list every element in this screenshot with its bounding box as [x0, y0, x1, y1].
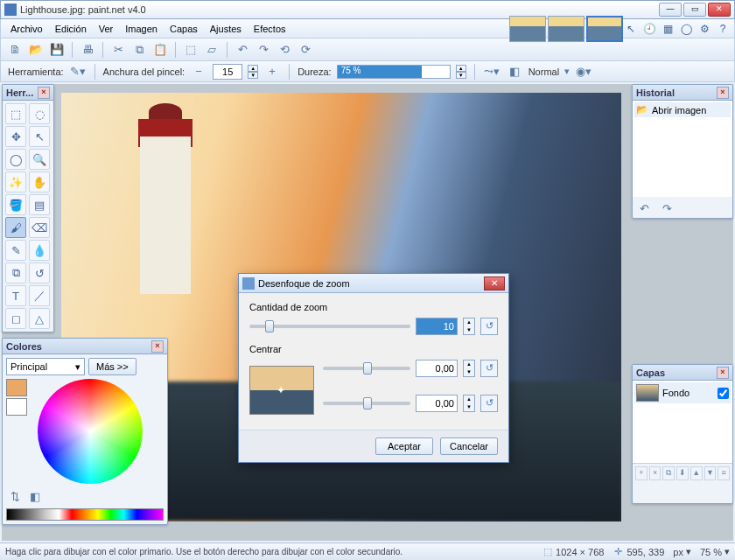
- blend-icon[interactable]: ◧: [506, 63, 523, 80]
- center-y-input[interactable]: [416, 395, 458, 412]
- pencil-tool[interactable]: ✎: [5, 240, 26, 261]
- colors-toggle-icon[interactable]: ◯: [678, 21, 694, 37]
- recolor-tool[interactable]: ↺: [29, 262, 50, 284]
- color-wheel[interactable]: [38, 379, 143, 484]
- undo-all-icon[interactable]: ⟲: [276, 41, 293, 59]
- menu-capas[interactable]: Capas: [164, 22, 204, 36]
- cy-down[interactable]: ▼: [464, 403, 474, 411]
- line-tool[interactable]: ／: [29, 285, 50, 306]
- cy-reset-icon[interactable]: ↺: [480, 395, 498, 412]
- menu-edicion[interactable]: Edición: [49, 22, 93, 36]
- open-icon[interactable]: 📂: [27, 41, 45, 59]
- crop-icon[interactable]: ⬚: [182, 41, 200, 59]
- menu-ver[interactable]: Ver: [93, 22, 120, 36]
- brush-down[interactable]: ▼: [248, 72, 258, 79]
- cx-reset-icon[interactable]: ↺: [480, 360, 498, 377]
- menu-imagen[interactable]: Imagen: [119, 22, 164, 36]
- history-toggle-icon[interactable]: 🕘: [641, 21, 657, 37]
- picker-tool[interactable]: 💧: [29, 240, 50, 261]
- brush-up[interactable]: ▲: [248, 65, 258, 72]
- center-x-slider[interactable]: [323, 367, 410, 370]
- lasso-tool[interactable]: ◌: [29, 103, 50, 124]
- cy-up[interactable]: ▲: [464, 396, 474, 403]
- cancel-button[interactable]: Cancelar: [440, 438, 498, 455]
- menu-ajustes[interactable]: Ajustes: [204, 22, 248, 36]
- add-layer-icon[interactable]: +: [635, 466, 648, 480]
- down-layer-icon[interactable]: ▼: [704, 466, 717, 480]
- thumb-1[interactable]: [509, 16, 546, 42]
- delete-layer-icon[interactable]: ×: [649, 466, 662, 480]
- current-tool-icon[interactable]: ✎▾: [69, 63, 87, 80]
- history-item[interactable]: 📂 Abrir imagen: [634, 102, 731, 117]
- palette-strip[interactable]: [6, 508, 164, 521]
- center-picker[interactable]: [249, 366, 314, 415]
- eraser-tool[interactable]: ⌫: [29, 217, 50, 238]
- history-undo-icon[interactable]: ↶: [635, 200, 653, 217]
- hardness-slider[interactable]: 75 %: [337, 65, 451, 79]
- layer-visible-checkbox[interactable]: [718, 388, 729, 399]
- swap-colors-icon[interactable]: ⇅: [6, 487, 24, 505]
- deselect-icon[interactable]: ▱: [203, 41, 220, 59]
- primary-swatch[interactable]: [6, 379, 27, 396]
- magic-wand-tool[interactable]: ✨: [5, 172, 26, 192]
- center-x-input[interactable]: [416, 360, 458, 377]
- dup-layer-icon[interactable]: ⧉: [662, 466, 675, 480]
- settings-icon[interactable]: ⚙: [696, 21, 712, 37]
- amount-reset-icon[interactable]: ↺: [480, 318, 498, 335]
- amount-up[interactable]: ▲: [464, 318, 474, 326]
- history-close-icon[interactable]: ×: [717, 87, 729, 99]
- cut-icon[interactable]: ✂: [109, 41, 127, 59]
- antialias-icon[interactable]: ⤳▾: [483, 63, 500, 80]
- up-layer-icon[interactable]: ▲: [690, 466, 703, 480]
- brush-minus-icon[interactable]: −: [190, 63, 207, 80]
- layers-close-icon[interactable]: ×: [717, 367, 729, 379]
- menu-efectos[interactable]: Efectos: [248, 22, 292, 36]
- brush-width-input[interactable]: [213, 64, 242, 80]
- history-redo-icon[interactable]: ↷: [658, 200, 676, 217]
- minimize-button[interactable]: —: [659, 3, 682, 17]
- ok-button[interactable]: Aceptar: [375, 438, 433, 455]
- colors-close-icon[interactable]: ×: [151, 340, 164, 353]
- redo-icon[interactable]: ↷: [255, 41, 272, 59]
- brush-plus-icon[interactable]: +: [263, 63, 281, 80]
- bw-reset-icon[interactable]: ◧: [26, 487, 44, 505]
- status-unit[interactable]: px: [673, 547, 683, 557]
- pan-tool[interactable]: ✋: [29, 172, 50, 192]
- help-icon[interactable]: ?: [715, 21, 731, 37]
- amount-input[interactable]: [416, 318, 458, 335]
- text-tool[interactable]: T: [5, 285, 26, 306]
- redo-all-icon[interactable]: ⟳: [297, 41, 314, 59]
- tools-toggle-icon[interactable]: ↖: [623, 21, 639, 37]
- blend-mode-label[interactable]: Normal: [528, 66, 559, 77]
- brush-tool[interactable]: 🖌: [5, 217, 26, 238]
- secondary-swatch[interactable]: [6, 398, 27, 416]
- cx-down[interactable]: ▼: [464, 368, 474, 376]
- gradient-tool[interactable]: ▤: [29, 194, 50, 215]
- tools-close-icon[interactable]: ×: [38, 87, 50, 99]
- save-icon[interactable]: 💾: [48, 41, 66, 59]
- menu-archivo[interactable]: Archivo: [4, 22, 49, 36]
- more-colors-button[interactable]: Más >>: [88, 358, 136, 375]
- overwrite-icon[interactable]: ◉▾: [575, 63, 592, 80]
- paste-icon[interactable]: 📋: [151, 41, 169, 59]
- hard-down[interactable]: ▼: [456, 72, 466, 79]
- shapes2-tool[interactable]: △: [29, 308, 50, 329]
- merge-layer-icon[interactable]: ⬇: [676, 466, 689, 480]
- ellipse-select-tool[interactable]: ◯: [5, 149, 26, 170]
- copy-icon[interactable]: ⧉: [130, 41, 148, 59]
- props-layer-icon[interactable]: ≡: [718, 466, 730, 480]
- print-icon[interactable]: 🖶: [79, 41, 96, 59]
- maximize-button[interactable]: ▭: [683, 3, 706, 17]
- zoom-tool[interactable]: 🔍: [29, 149, 50, 170]
- center-y-slider[interactable]: [323, 402, 410, 405]
- amount-slider[interactable]: [249, 325, 410, 328]
- hard-up[interactable]: ▲: [456, 65, 466, 72]
- close-button[interactable]: ✕: [708, 3, 731, 17]
- status-zoom[interactable]: 75 %: [700, 547, 722, 557]
- move-selection-tool[interactable]: ↖: [29, 126, 50, 147]
- undo-icon[interactable]: ↶: [234, 41, 251, 59]
- cx-up[interactable]: ▲: [464, 360, 474, 368]
- color-mode-combo[interactable]: Principal▾: [6, 358, 85, 375]
- dialog-close-icon[interactable]: ✕: [484, 276, 505, 290]
- thumb-2[interactable]: [548, 16, 584, 42]
